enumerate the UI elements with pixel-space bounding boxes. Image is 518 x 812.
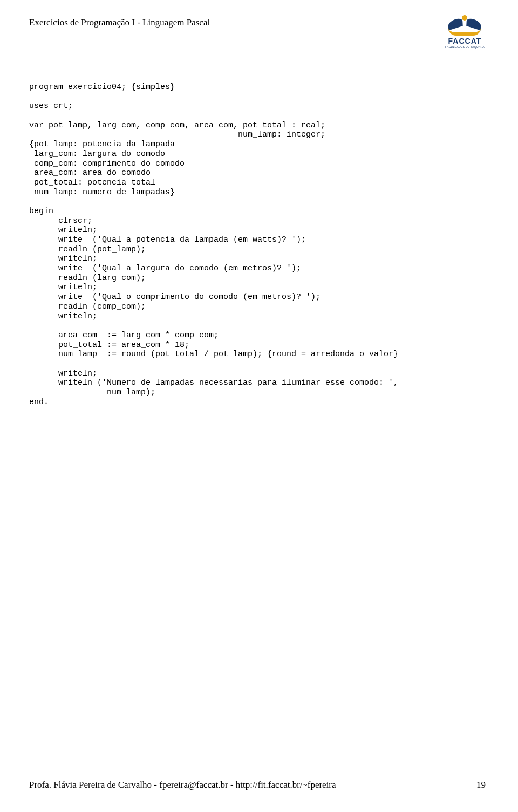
code-line: program exercicio04; {simples} xyxy=(29,83,175,92)
header-title: Exercícios de Programação I - Linguagem … xyxy=(29,15,210,28)
code-line: writeln; xyxy=(29,283,97,292)
code-line: num_lamp); xyxy=(29,388,155,397)
code-line: area_com: area do comodo xyxy=(29,168,151,178)
code-block: program exercicio04; {simples} uses crt;… xyxy=(29,83,489,407)
code-line: writeln; xyxy=(29,312,97,321)
code-line: pot_total := area_com * 18; xyxy=(29,340,189,350)
code-line: num_lamp: numero de lampadas} xyxy=(29,188,175,197)
page-number: 19 xyxy=(476,780,489,790)
page-header: Exercícios de Programação I - Linguagem … xyxy=(29,15,489,49)
logo-graphic-icon xyxy=(446,15,483,36)
code-line: larg_com: largura do comodo xyxy=(29,149,165,159)
logo: FACCAT FACULDADES DE TAQUARA xyxy=(445,15,489,49)
logo-name: FACCAT xyxy=(448,37,482,45)
code-line: write ('Qual o comprimento do comodo (em… xyxy=(29,292,321,302)
code-line: {pot_lamp: potencia da lampada xyxy=(29,140,175,149)
code-line: pot_total: potencia total xyxy=(29,178,155,187)
footer-divider xyxy=(29,776,489,776)
code-line: end. xyxy=(29,398,49,407)
code-line: readln (pot_lamp); xyxy=(29,245,146,254)
footer-row: Profa. Flávia Pereira de Carvalho - fper… xyxy=(29,780,489,790)
code-line: num_lamp := round (pot_total / pot_lamp)… xyxy=(29,350,398,359)
code-line: readln (comp_com); xyxy=(29,302,146,311)
logo-arc-icon xyxy=(448,28,481,36)
header-divider xyxy=(29,52,489,52)
code-line: begin xyxy=(29,207,53,216)
code-line: readln (larg_com); xyxy=(29,274,146,283)
code-line: clrscr; xyxy=(29,216,92,226)
code-line: writeln; xyxy=(29,369,97,378)
code-line: writeln; xyxy=(29,254,97,263)
page: Exercícios de Programação I - Linguagem … xyxy=(0,0,518,812)
code-line: write ('Qual a potencia da lampada (em w… xyxy=(29,235,306,244)
footer-text: Profa. Flávia Pereira de Carvalho - fper… xyxy=(29,780,336,790)
page-footer: Profa. Flávia Pereira de Carvalho - fper… xyxy=(29,776,489,790)
code-line: uses crt; xyxy=(29,101,73,111)
code-line: num_lamp: integer; xyxy=(29,130,325,139)
logo-subtitle: FACULDADES DE TAQUARA xyxy=(445,45,485,49)
code-line: comp_com: comprimento do comodo xyxy=(29,159,185,168)
code-line: writeln; xyxy=(29,226,97,235)
code-line: var pot_lamp, larg_com, comp_com, area_c… xyxy=(29,121,325,130)
code-line: writeln ('Numero de lampadas necessarias… xyxy=(29,378,398,387)
code-line: write ('Qual a largura do comodo (em met… xyxy=(29,264,301,273)
code-line: area_com := larg_com * comp_com; xyxy=(29,331,219,340)
